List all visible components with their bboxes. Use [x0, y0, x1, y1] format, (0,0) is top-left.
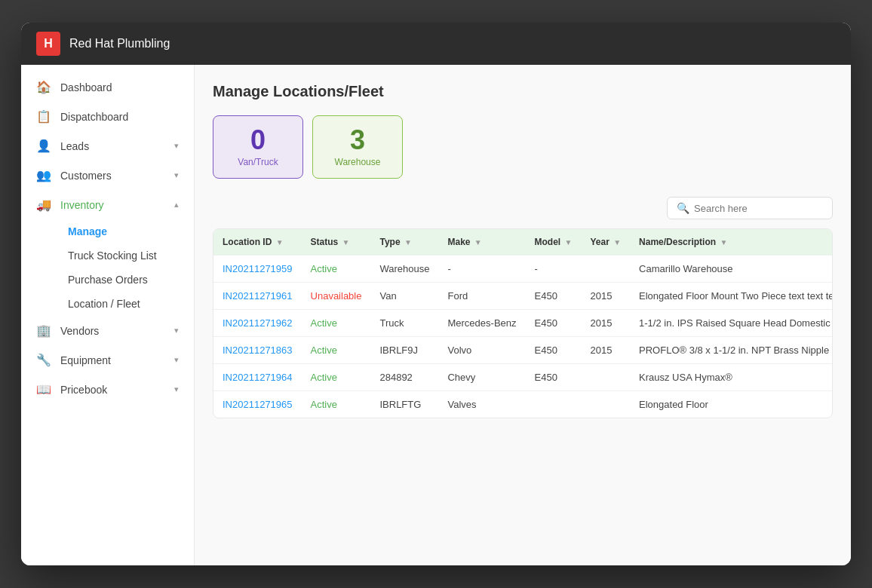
- sidebar-item-dashboard[interactable]: 🏠 Dashboard: [21, 72, 194, 102]
- sidebar-item-label: Dashboard: [60, 81, 112, 93]
- status-badge: Active: [311, 317, 337, 329]
- sidebar-item-equipment[interactable]: 🔧 Equipment ▾: [21, 345, 194, 375]
- cell-type: Van: [370, 283, 438, 310]
- location-id-link[interactable]: IN20211271959: [223, 263, 293, 274]
- sidebar-item-leads[interactable]: 👤 Leads ▾: [21, 131, 194, 161]
- location-id-link[interactable]: IN20211271965: [223, 399, 293, 410]
- van-truck-count: 0: [221, 127, 295, 154]
- cell-name-desc: Elongated Floor: [630, 391, 833, 418]
- sidebar-item-label: Customers: [60, 170, 112, 182]
- cell-location-id: IN20211271965: [213, 391, 302, 418]
- cell-status: Unavailable: [302, 283, 371, 310]
- filter-icon[interactable]: ▼: [342, 238, 350, 247]
- location-id-link[interactable]: IN20211271962: [223, 317, 293, 329]
- cell-name-desc: 1-1/2 in. IPS Raised Square Head Domesti…: [630, 310, 833, 337]
- customers-icon: 👥: [36, 168, 51, 182]
- table-row: IN20211271964 Active 284892 Chevy E450 K…: [213, 364, 833, 391]
- vendors-icon: 🏢: [36, 323, 51, 338]
- leads-icon: 👤: [36, 139, 51, 153]
- chevron-down-icon: ▾: [174, 326, 179, 335]
- sidebar-item-dispatchboard[interactable]: 📋 Dispatchboard: [21, 102, 194, 131]
- dispatch-icon: 📋: [36, 109, 51, 124]
- inventory-icon: 🚚: [36, 198, 51, 212]
- status-badge: Unavailable: [311, 290, 362, 302]
- sidebar-item-label: Vendors: [60, 325, 99, 337]
- location-id-link[interactable]: IN20211271961: [223, 290, 293, 302]
- cell-status: Active: [302, 310, 371, 337]
- pricebook-icon: 📖: [36, 382, 51, 397]
- cell-year: 2015: [581, 337, 630, 364]
- cell-model: E450: [526, 310, 582, 337]
- cell-name-desc: Elongated Floor Mount Two Piece text tex…: [630, 283, 833, 310]
- cell-status: Active: [302, 256, 371, 283]
- cell-make: Chevy: [438, 364, 525, 391]
- sidebar-sub-manage[interactable]: Manage: [60, 219, 194, 243]
- status-badge: Active: [311, 263, 337, 274]
- app-window: H Red Hat Plumbling 🏠 Dashboard 📋 Dispat…: [21, 23, 851, 565]
- cell-type: Truck: [370, 310, 438, 337]
- warehouse-label: Warehouse: [321, 157, 395, 167]
- col-header-make: Make ▼: [438, 229, 525, 256]
- cell-type: Warehouse: [370, 256, 438, 283]
- sidebar-item-label: Pricebook: [60, 384, 107, 396]
- filter-icon[interactable]: ▼: [613, 238, 621, 247]
- topbar: H Red Hat Plumbling: [21, 23, 851, 65]
- cell-year: 2015: [581, 310, 630, 337]
- col-header-type: Type ▼: [370, 229, 438, 256]
- cell-name-desc: Camarillo Warehouse: [630, 256, 833, 283]
- warehouse-card: 3 Warehouse: [312, 115, 403, 179]
- main-content: Manage Locations/Fleet 0 Van/Truck 3 War…: [195, 65, 851, 565]
- status-badge: Active: [311, 399, 337, 410]
- cell-make: Mercedes-Benz: [438, 310, 525, 337]
- home-icon: 🏠: [36, 80, 51, 94]
- search-bar-row: 🔍: [213, 197, 833, 219]
- filter-icon[interactable]: ▼: [276, 238, 284, 247]
- sidebar-item-inventory[interactable]: 🚚 Inventory ▴: [21, 190, 194, 219]
- cell-type: IBRLF9J: [370, 337, 438, 364]
- cell-make: Ford: [438, 283, 525, 310]
- cell-location-id: IN20211271961: [213, 283, 302, 310]
- location-id-link[interactable]: IN20211271964: [223, 372, 293, 383]
- cell-location-id: IN20211271959: [213, 256, 302, 283]
- warehouse-count: 3: [321, 127, 395, 154]
- cell-location-id: IN20211271863: [213, 337, 302, 364]
- col-header-location-id: Location ID ▼: [213, 229, 302, 256]
- cell-make: Valves: [438, 391, 525, 418]
- sidebar-item-customers[interactable]: 👥 Customers ▾: [21, 161, 194, 190]
- chevron-down-icon: ▾: [174, 355, 179, 365]
- sidebar-sub-truck-stocking[interactable]: Truck Stocking List: [60, 243, 194, 268]
- filter-icon[interactable]: ▼: [404, 238, 412, 247]
- van-truck-card: 0 Van/Truck: [213, 115, 303, 179]
- cell-type: IBRLFTG: [370, 391, 438, 418]
- cell-model: E450: [526, 283, 582, 310]
- chevron-up-icon: ▴: [174, 200, 179, 210]
- cell-year: [581, 256, 630, 283]
- filter-icon[interactable]: ▼: [720, 238, 727, 247]
- sidebar-item-label: Equipment: [60, 354, 111, 366]
- page-title: Manage Locations/Fleet: [213, 83, 833, 100]
- table-row: IN20211271863 Active IBRLF9J Volvo E450 …: [213, 337, 833, 364]
- inventory-submenu: Manage Truck Stocking List Purchase Orde…: [21, 219, 194, 316]
- cell-status: Active: [302, 391, 371, 418]
- sidebar-sub-purchase-orders[interactable]: Purchase Orders: [60, 268, 194, 292]
- table-row: IN20211271959 Active Warehouse - - Camar…: [213, 256, 833, 283]
- cell-status: Active: [302, 364, 371, 391]
- cell-name-desc: Krausz USA Hymax®: [630, 364, 833, 391]
- sidebar-item-label: Leads: [60, 140, 89, 152]
- col-header-model: Model ▼: [526, 229, 582, 256]
- sidebar-sub-location-fleet[interactable]: Location / Fleet: [60, 292, 194, 316]
- filter-icon[interactable]: ▼: [474, 238, 482, 247]
- sidebar-item-pricebook[interactable]: 📖 Pricebook ▾: [21, 375, 194, 404]
- sidebar: 🏠 Dashboard 📋 Dispatchboard 👤 Leads ▾ 👥 …: [21, 65, 195, 565]
- search-icon: 🔍: [677, 202, 689, 214]
- search-input[interactable]: [694, 203, 823, 214]
- status-badge: Active: [311, 372, 337, 383]
- location-id-link[interactable]: IN20211271863: [223, 345, 293, 356]
- col-header-name-desc: Name/Description ▼: [630, 229, 833, 256]
- cell-year: 2015: [581, 283, 630, 310]
- cell-location-id: IN20211271962: [213, 310, 302, 337]
- cell-status: Active: [302, 337, 371, 364]
- search-box: 🔍: [667, 197, 833, 219]
- sidebar-item-vendors[interactable]: 🏢 Vendors ▾: [21, 316, 194, 345]
- filter-icon[interactable]: ▼: [565, 238, 573, 247]
